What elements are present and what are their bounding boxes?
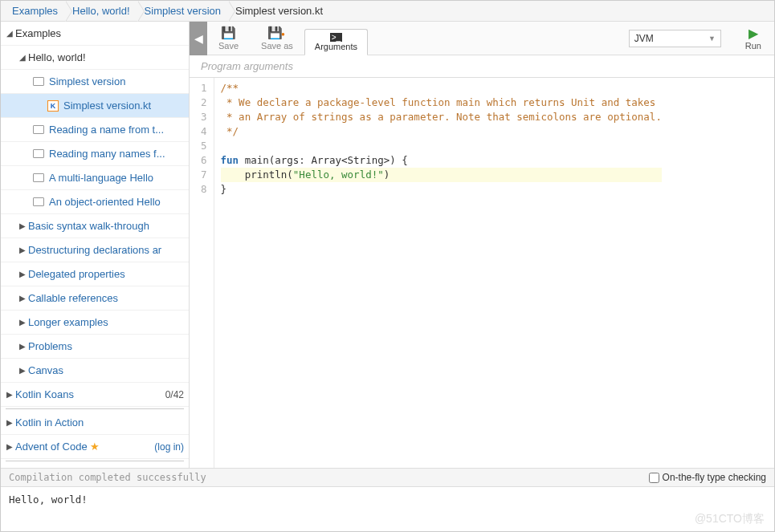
tree-advent[interactable]: Advent of Code ★ (log in) xyxy=(1,435,189,459)
save-as-icon: 💾 xyxy=(267,26,287,40)
caret-icon xyxy=(4,29,15,38)
otf-checkbox[interactable]: On-the-fly type checking xyxy=(649,472,766,483)
star-icon: ★ xyxy=(90,441,100,453)
terminal-icon: >_ xyxy=(330,33,342,42)
tab-label: Arguments xyxy=(315,42,357,51)
tree-label: Basic syntax walk-through xyxy=(28,220,184,232)
program-arguments-input[interactable]: Program arguments xyxy=(190,55,774,78)
tree-label: Kotlin in Action xyxy=(15,416,184,428)
caret-icon xyxy=(17,221,28,230)
tree-problems[interactable]: Problems xyxy=(1,335,189,359)
checkbox-input[interactable] xyxy=(649,473,659,483)
kotlin-file-icon: K xyxy=(47,100,59,112)
tree-oop-hello[interactable]: An object-oriented Hello xyxy=(1,190,189,214)
tree-simplest-folder[interactable]: Simplest version xyxy=(1,70,189,94)
caret-icon xyxy=(4,390,15,399)
target-select[interactable]: JVM ▼ xyxy=(629,30,721,47)
folder-icon xyxy=(33,197,44,206)
status-message: Compilation completed successfully xyxy=(9,472,206,483)
select-value: JVM xyxy=(634,33,654,44)
play-icon: ▶ xyxy=(748,26,758,41)
tree-label: A multi-language Hello xyxy=(49,172,184,184)
tree-simplest-file[interactable]: K Simplest version.kt xyxy=(1,94,189,118)
tree-label: Destructuring declarations ar xyxy=(28,244,184,256)
caret-icon xyxy=(17,246,28,254)
tree-root-examples[interactable]: Examples xyxy=(1,22,189,46)
button-label: Run xyxy=(745,41,761,51)
caret-icon xyxy=(17,366,28,375)
save-icon: 💾 xyxy=(221,26,236,40)
save-as-button[interactable]: 💾 Save as xyxy=(250,22,304,55)
output-text: Hello, world! xyxy=(9,493,88,506)
tree-delegated[interactable]: Delegated properties xyxy=(1,262,189,286)
folder-icon xyxy=(33,125,44,134)
tree-in-action[interactable]: Kotlin in Action xyxy=(1,411,189,435)
caret-icon xyxy=(17,294,28,303)
output-panel: Hello, world! @51CTO博客 xyxy=(1,486,774,531)
tree-label: Reading a name from t... xyxy=(49,124,184,136)
tree-label: Canvas xyxy=(28,364,184,376)
watermark: @51CTO博客 xyxy=(695,512,765,526)
tree-label: Simplest version.kt xyxy=(63,99,184,112)
login-link[interactable]: (log in) xyxy=(154,441,184,453)
main-area: Examples Hello, world! Simplest version … xyxy=(1,22,774,468)
chevron-down-icon: ▼ xyxy=(708,35,716,43)
folder-icon xyxy=(33,173,44,182)
tree-hello-world[interactable]: Hello, world! xyxy=(1,46,189,70)
crumb-hello[interactable]: Hello, world! xyxy=(66,1,138,21)
tree-basic-syntax[interactable]: Basic syntax walk-through xyxy=(1,214,189,238)
status-bar: Compilation completed successfully On-th… xyxy=(1,468,774,486)
tree-label: Longer examples xyxy=(28,316,184,328)
sidebar: Examples Hello, world! Simplest version … xyxy=(1,22,190,468)
tree-label: Problems xyxy=(28,340,184,352)
code-content[interactable]: /** * We declare a package-level functio… xyxy=(214,78,668,468)
folder-icon xyxy=(33,149,44,158)
tree-label: Kotlin Koans xyxy=(15,388,162,400)
tree-destructuring[interactable]: Destructuring declarations ar xyxy=(1,238,189,262)
tree-callable[interactable]: Callable references xyxy=(1,286,189,311)
tree-label: An object-oriented Hello xyxy=(49,196,184,208)
caret-icon xyxy=(4,442,15,451)
breadcrumb: Examples Hello, world! Simplest version … xyxy=(1,1,774,22)
run-button[interactable]: ▶ Run xyxy=(732,24,774,52)
tree-longer[interactable]: Longer examples xyxy=(1,311,189,335)
caret-icon xyxy=(17,270,28,278)
toolbar: ◀ 💾 Save 💾 Save as >_ Arguments JVM ▼ ▶ … xyxy=(190,22,774,55)
back-button[interactable]: ◀ xyxy=(190,22,207,55)
tree-label: Reading many names f... xyxy=(49,148,184,160)
save-button[interactable]: 💾 Save xyxy=(207,22,250,55)
button-label: Save as xyxy=(261,41,293,51)
tree-koans[interactable]: Kotlin Koans 0/42 xyxy=(1,383,189,407)
line-gutter: 12345678 xyxy=(190,78,214,468)
progress-badge: 0/42 xyxy=(165,389,184,400)
button-label: Save xyxy=(218,41,239,51)
tree-reading-many[interactable]: Reading many names f... xyxy=(1,142,189,166)
tree-my-programs[interactable]: My programs (log in) xyxy=(1,463,189,468)
caret-icon xyxy=(17,342,28,351)
folder-icon xyxy=(33,77,44,86)
tree-reading-name[interactable]: Reading a name from t... xyxy=(1,118,189,142)
tree-label: Callable references xyxy=(28,292,184,304)
checkbox-label: On-the-fly type checking xyxy=(663,472,766,483)
caret-icon xyxy=(4,418,15,427)
crumb-file[interactable]: Simplest version.kt xyxy=(229,1,331,21)
crumb-examples[interactable]: Examples xyxy=(6,1,66,21)
tree-multi-lang[interactable]: A multi-language Hello xyxy=(1,166,189,190)
tree-label: Advent of Code ★ xyxy=(15,441,154,453)
editor-pane: ◀ 💾 Save 💾 Save as >_ Arguments JVM ▼ ▶ … xyxy=(190,22,774,468)
crumb-simplest[interactable]: Simplest version xyxy=(138,1,229,21)
tree-label: Simplest version xyxy=(49,75,184,87)
tab-arguments[interactable]: >_ Arguments xyxy=(304,29,368,55)
tree-label: Delegated properties xyxy=(28,268,184,280)
code-editor[interactable]: 12345678 /** * We declare a package-leve… xyxy=(190,78,774,468)
tree-label: Examples xyxy=(15,27,184,39)
caret-icon xyxy=(17,53,28,62)
tree-label: Hello, world! xyxy=(28,51,184,63)
caret-icon xyxy=(17,318,28,327)
tree-canvas[interactable]: Canvas xyxy=(1,359,189,383)
